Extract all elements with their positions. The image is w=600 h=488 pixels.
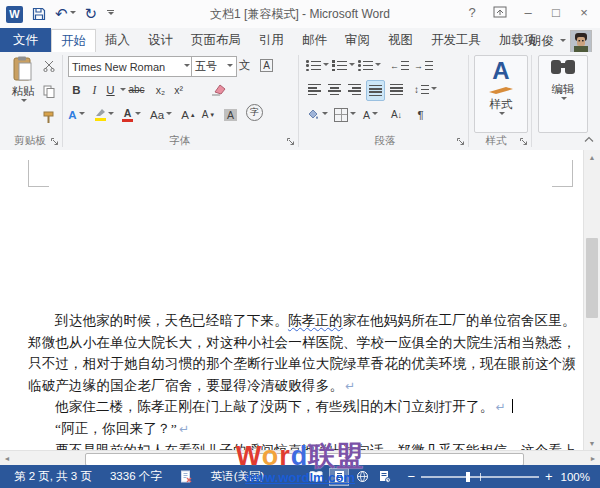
distribute-button[interactable] [388, 80, 405, 99]
bullets-button[interactable] [306, 56, 329, 75]
tab-view[interactable]: 视图 [379, 29, 422, 52]
underline-dropdown-icon[interactable] [120, 88, 126, 94]
underline-button[interactable]: U [102, 80, 119, 99]
tab-review[interactable]: 审阅 [336, 29, 379, 52]
format-painter-button[interactable] [40, 108, 57, 127]
read-mode-icon[interactable] [307, 469, 325, 485]
show-hide-marks-button[interactable]: ¶ [412, 105, 429, 124]
word-count[interactable]: 3336 个字 [104, 469, 168, 484]
paragraph-group-label: 段落 [330, 134, 440, 148]
text-effects-icon: A [68, 109, 76, 121]
paragraph-dialog-launcher[interactable] [456, 137, 466, 147]
document-text[interactable]: 到达他家的时候，天色已经暗了下来。陈孝正的家在他妈妈所在工厂的单位宿舍区里。郑微… [28, 310, 574, 450]
macro-shortcut-icon[interactable] [376, 469, 394, 485]
italic-button[interactable]: I [86, 80, 103, 99]
styles-dialog-launcher[interactable] [519, 137, 529, 147]
text-effects-button[interactable]: A [68, 105, 85, 124]
subscript-button[interactable]: x₂ [152, 80, 169, 99]
bold-button[interactable]: B [68, 80, 85, 99]
align-center-button[interactable] [326, 80, 343, 99]
decrease-indent-icon: ← [390, 61, 399, 71]
enclose-characters-button[interactable]: 字 [246, 103, 263, 122]
zoom-level[interactable]: 100% [559, 471, 592, 483]
word-logo-icon: W [6, 6, 23, 23]
character-border-button[interactable]: A [258, 56, 275, 75]
zoom-out-button[interactable]: − [407, 472, 415, 482]
tab-mailings[interactable]: 邮件 [293, 29, 336, 52]
page-indicator[interactable]: 第 2 页, 共 3 页 [8, 469, 98, 484]
editing-button[interactable]: 编辑 [538, 55, 588, 133]
user-avatar[interactable] [570, 30, 592, 53]
scroll-right-button[interactable]: ► [586, 451, 600, 466]
multilevel-list-button[interactable] [358, 56, 381, 75]
vertical-scrollbar[interactable]: ▲ ▼ [583, 150, 600, 450]
tab-insert[interactable]: 插入 [96, 29, 139, 52]
body-text: “阿正，你回来了？” [55, 421, 177, 436]
margin-cropmark-right [552, 160, 573, 187]
undo-button[interactable]: ↶ [55, 7, 76, 21]
highlight-button[interactable] [94, 105, 114, 124]
user-name[interactable]: 胡俊 [529, 33, 554, 50]
zoom-slider[interactable] [421, 476, 539, 478]
sort-button[interactable]: A↓ [388, 105, 405, 124]
font-color-icon: A [122, 108, 133, 122]
minimize-button[interactable]: – [516, 2, 540, 22]
close-button[interactable]: × [572, 2, 596, 22]
save-icon[interactable] [32, 7, 46, 21]
help-button[interactable]: ? [460, 2, 484, 22]
clipboard-dialog-launcher[interactable] [50, 137, 60, 147]
language-indicator[interactable]: 英语(美国) [205, 469, 271, 484]
clear-formatting-button[interactable] [210, 80, 227, 99]
character-shading-button[interactable]: A [222, 105, 239, 124]
superscript-button[interactable]: x² [170, 80, 187, 99]
cut-button[interactable] [40, 56, 57, 75]
tab-home[interactable]: 开始 [51, 29, 96, 52]
horizontal-scrollbar[interactable]: ◄ ► [0, 450, 600, 466]
ribbon-display-options-button[interactable] [488, 2, 512, 22]
styles-gallery-button[interactable]: A 样式 [474, 55, 528, 133]
vertical-scroll-thumb[interactable] [586, 238, 598, 318]
collapse-ribbon-button[interactable] [584, 136, 594, 146]
shading-button[interactable] [306, 105, 328, 124]
document-page[interactable]: 到达他家的时候，天色已经暗了下来。陈孝正的家在他妈妈所在工厂的单位宿舍区里。郑微… [0, 150, 584, 450]
tab-references[interactable]: 引用 [250, 29, 293, 52]
decrease-indent-button[interactable]: ← [390, 56, 409, 75]
borders-button[interactable] [334, 105, 356, 124]
align-right-button[interactable] [346, 80, 363, 99]
styles-group-label: 样式 [478, 134, 514, 148]
font-color-button[interactable]: A [122, 105, 141, 124]
tab-page-layout[interactable]: 页面布局 [182, 29, 250, 52]
font-size-combo[interactable]: 五号 [191, 56, 237, 77]
font-name-value: Times New Roman [72, 61, 165, 73]
customize-qat-button[interactable] [106, 10, 114, 18]
web-layout-icon[interactable] [353, 469, 371, 485]
grow-font-button[interactable]: A▲ [180, 105, 197, 124]
justify-button[interactable] [366, 80, 385, 101]
align-left-button[interactable] [306, 80, 323, 99]
line-spacing-button[interactable]: ↕ [414, 80, 437, 99]
redo-button[interactable]: ↻ [85, 7, 98, 21]
scroll-left-button[interactable]: ◄ [0, 451, 14, 466]
tab-file[interactable]: 文件 [0, 28, 51, 52]
maximize-button[interactable]: □ [544, 2, 568, 22]
scroll-up-button[interactable]: ▲ [584, 150, 600, 164]
zoom-slider-thumb[interactable] [466, 472, 470, 482]
increase-indent-button[interactable]: → [414, 56, 433, 75]
font-dialog-launcher[interactable] [286, 137, 296, 147]
numbering-button[interactable] [332, 56, 355, 75]
copy-button[interactable] [40, 82, 57, 101]
tab-developer[interactable]: 开发工具 [422, 29, 490, 52]
scroll-down-button[interactable]: ▼ [584, 436, 600, 450]
font-name-combo[interactable]: Times New Roman [68, 56, 194, 77]
margin-cropmark-left [28, 160, 49, 187]
tab-design[interactable]: 设计 [139, 29, 182, 52]
phonetic-guide-button[interactable]: 文 [236, 56, 253, 75]
proofing-status[interactable] [174, 470, 199, 483]
strikethrough-button[interactable]: abc [128, 80, 145, 99]
change-case-button[interactable]: Aa [150, 105, 172, 124]
asian-layout-button[interactable]: A [362, 105, 379, 124]
zoom-in-button[interactable]: + [545, 472, 553, 482]
paste-button[interactable]: 粘贴 [6, 56, 40, 105]
print-layout-icon[interactable] [330, 469, 348, 485]
shrink-font-button[interactable]: A▼ [200, 105, 217, 124]
